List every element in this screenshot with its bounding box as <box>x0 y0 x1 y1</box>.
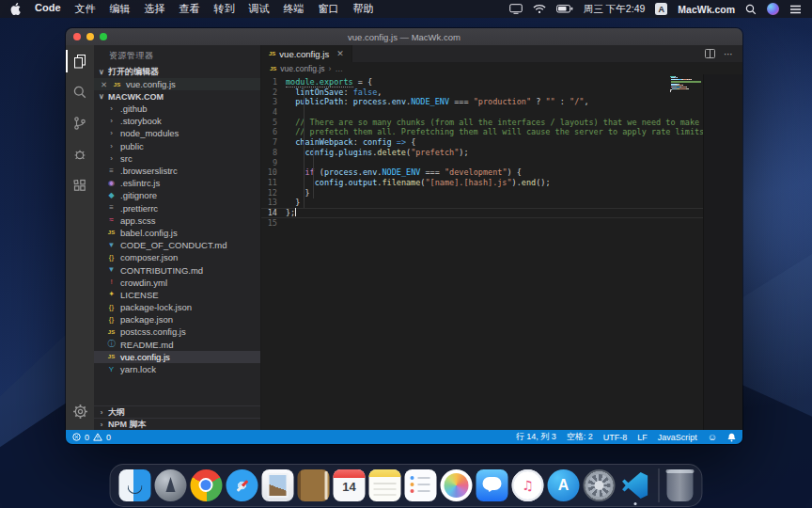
notification-center-icon[interactable] <box>789 5 802 14</box>
code-line[interactable]: 6 // prefetch them all. Prefetching them… <box>261 127 703 137</box>
close-editor-icon[interactable]: ✕ <box>101 80 108 89</box>
wifi-icon[interactable] <box>533 4 546 14</box>
project-header[interactable]: ∨ MACWK.COM <box>94 90 260 103</box>
menu-item-调试[interactable]: 调试 <box>249 2 270 16</box>
code-line[interactable]: 10 if (process.env.NODE_ENV === "develop… <box>261 167 703 178</box>
folder-node_modules[interactable]: ›node_modules <box>94 127 260 139</box>
file-README.md[interactable]: ⓘREADME.md <box>94 339 260 351</box>
menu-item-帮助[interactable]: 帮助 <box>353 2 374 16</box>
split-editor-icon[interactable] <box>705 49 715 58</box>
file-composer.json[interactable]: {}composer.json <box>94 251 260 263</box>
dock-reminders[interactable] <box>405 469 437 501</box>
problems-indicator[interactable]: 0 0 <box>72 433 111 442</box>
code-line[interactable]: 7 chainWebpack: config => { <box>261 137 703 148</box>
file-postcss.config.js[interactable]: JSpostcss.config.js <box>94 325 260 338</box>
open-editors-header[interactable]: ∨ 打开的编辑器 <box>94 66 260 78</box>
settings-gear-icon[interactable] <box>66 402 94 421</box>
input-method-icon[interactable]: A <box>655 3 667 15</box>
file-.browserslistrc[interactable]: ≡.browserslistrc <box>94 165 260 177</box>
minimap[interactable] <box>670 76 701 94</box>
folder-src[interactable]: ›src <box>94 152 260 165</box>
code-line[interactable]: 2 lintOnSave: false, <box>261 87 703 98</box>
status--14-3[interactable]: 行 14, 列 3 <box>516 431 556 443</box>
folder-.storybook[interactable]: ›.storybook <box>94 115 260 127</box>
dock-itunes[interactable] <box>512 469 544 501</box>
tab-close-icon[interactable]: ✕ <box>336 49 344 58</box>
file-CODE_OF_CONDUCT.md[interactable]: ▼CODE_OF_CONDUCT.md <box>94 239 260 251</box>
breadcrumb[interactable]: JS vue.config.js › … <box>261 62 742 74</box>
dock-photos[interactable] <box>441 469 473 501</box>
menu-item-终端[interactable]: 终端 <box>284 2 304 16</box>
dock-trash[interactable] <box>667 469 694 501</box>
file-vue.config.js[interactable]: JSvue.config.js <box>94 351 260 363</box>
debug-icon[interactable] <box>66 145 94 164</box>
menu-item-转到[interactable]: 转到 <box>214 2 235 16</box>
npm-scripts-panel-header[interactable]: › NPM 脚本 <box>94 418 260 430</box>
dock-appstore[interactable] <box>548 469 580 501</box>
source-control-icon[interactable] <box>66 114 94 133</box>
menu-account[interactable]: MacWk.com <box>678 4 735 15</box>
siri-icon[interactable] <box>767 3 779 15</box>
code-line[interactable]: 9 <box>261 158 703 168</box>
dock-finder[interactable] <box>119 469 151 501</box>
search-icon[interactable] <box>66 83 94 102</box>
minimize-button[interactable] <box>86 33 94 40</box>
window-titlebar[interactable]: vue.config.js — MacWk.com <box>66 28 742 45</box>
file-package-lock.json[interactable]: {}package-lock.json <box>94 301 260 313</box>
code-line[interactable]: 14}; <box>261 208 703 218</box>
file-CONTRIBUTING.md[interactable]: ▼CONTRIBUTING.md <box>94 263 260 276</box>
menu-item-编辑[interactable]: 编辑 <box>110 2 131 16</box>
menu-item-文件[interactable]: 文件 <box>75 2 96 16</box>
dock-launchpad[interactable] <box>155 469 187 501</box>
code-line[interactable]: 1module.exports = { <box>261 77 703 87</box>
menu-item-窗口[interactable]: 窗口 <box>319 2 339 16</box>
file-crowdin.yml[interactable]: !crowdin.yml <box>94 277 260 289</box>
menu-item-Code[interactable]: Code <box>35 2 61 16</box>
close-button[interactable] <box>73 33 81 40</box>
feedback-smiley-icon[interactable]: ☺ <box>708 433 717 442</box>
folder-.github[interactable]: ›.github <box>94 103 260 115</box>
status-lf[interactable]: LF <box>637 433 648 442</box>
file-app.scss[interactable]: ≈app.scss <box>94 214 260 227</box>
status-javascript[interactable]: JavaScript <box>658 433 697 442</box>
dock-mail[interactable] <box>262 469 294 501</box>
zoom-button[interactable] <box>100 33 107 40</box>
dock-chrome[interactable] <box>191 469 223 501</box>
open-editor-vue.config.js[interactable]: ✕JSvue.config.js <box>94 78 260 90</box>
menu-item-查看[interactable]: 查看 <box>180 2 200 16</box>
file-.prettierrc[interactable]: ≡.prettierrc <box>94 202 260 214</box>
display-icon[interactable] <box>509 4 523 14</box>
menu-item-选择[interactable]: 选择 <box>145 2 165 16</box>
explorer-icon[interactable] <box>66 52 94 71</box>
notifications-bell-icon[interactable] <box>727 433 736 442</box>
code-line[interactable]: 5 // There are so many chunks (from all … <box>261 118 703 128</box>
dock-contacts[interactable] <box>298 469 330 501</box>
code-line[interactable]: 3 publicPath: process.env.NODE_ENV === "… <box>261 97 703 107</box>
file-package.json[interactable]: {}package.json <box>94 313 260 325</box>
more-actions-icon[interactable]: ⋯ <box>724 49 734 59</box>
file-babel.config.js[interactable]: JSbabel.config.js <box>94 227 260 239</box>
dock-vscode[interactable] <box>619 469 651 501</box>
code-line[interactable]: 13 } <box>261 198 703 208</box>
status-utf-8[interactable]: UTF-8 <box>603 433 628 442</box>
dock-safari[interactable] <box>226 469 258 501</box>
menu-clock[interactable]: 周三 下午2:49 <box>584 3 645 16</box>
file-.gitignore[interactable]: ◆.gitignore <box>94 189 260 201</box>
status--2[interactable]: 空格: 2 <box>567 431 593 443</box>
spotlight-search-icon[interactable] <box>745 4 757 15</box>
battery-icon[interactable] <box>556 5 573 13</box>
dock-calendar[interactable]: 14 <box>334 469 366 501</box>
dock-messages[interactable] <box>476 469 508 501</box>
file-yarn.lock[interactable]: Yyarn.lock <box>94 363 260 375</box>
code-editor[interactable]: 1module.exports = {2 lintOnSave: false,3… <box>261 74 703 430</box>
file-.eslintrc.js[interactable]: ◉.eslintrc.js <box>94 177 260 189</box>
code-line[interactable]: 4 <box>261 107 703 118</box>
outline-panel-header[interactable]: › 大纲 <box>94 405 260 418</box>
code-line[interactable]: 8 config.plugins.delete("prefetch"); <box>261 148 703 158</box>
code-line[interactable]: 11 config.output.filename("[name].[hash]… <box>261 178 703 188</box>
dock-sysprefs[interactable] <box>584 469 616 501</box>
folder-public[interactable]: ›public <box>94 140 260 152</box>
file-LICENSE[interactable]: ✦LICENSE <box>94 289 260 301</box>
extensions-icon[interactable] <box>66 176 94 195</box>
code-line[interactable]: 15 <box>261 218 703 229</box>
